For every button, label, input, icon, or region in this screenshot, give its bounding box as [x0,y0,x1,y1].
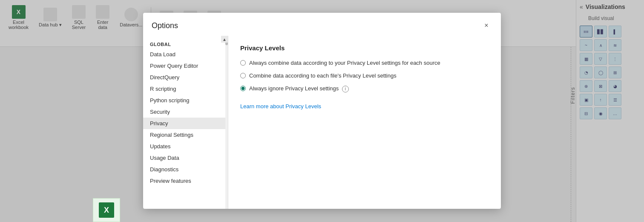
radio-label-always-combine: Always combine data according to your Pr… [249,59,440,67]
modal-header: Options × [143,13,501,36]
learn-more-link[interactable]: Learn more about Privacy Levels [240,103,321,110]
privacy-radio-group: Always combine data according to your Pr… [240,59,489,93]
radio-combine-each[interactable] [240,73,246,78]
radio-label-always-ignore: Always ignore Privacy Level settings i [249,85,349,92]
sidebar-item-privacy[interactable]: Privacy [143,118,228,129]
radio-item-always-combine[interactable]: Always combine data according to your Pr… [240,59,489,67]
modal-title: Options [152,21,178,30]
radio-item-combine-each[interactable]: Combine data according to each file's Pr… [240,72,489,80]
sidebar-item-updates[interactable]: Updates [143,141,228,152]
privacy-levels-title: Privacy Levels [240,44,489,52]
options-modal: Options × GLOBAL Data Load Power Query E… [143,13,501,209]
info-icon[interactable]: i [342,86,349,92]
sidebar-item-usage-data[interactable]: Usage Data [143,152,228,164]
sidebar-item-python-scripting[interactable]: Python scripting [143,95,228,106]
sidebar-item-direct-query[interactable]: DirectQuery [143,72,228,83]
excel-bottom-icon: X [99,202,114,218]
sidebar-item-diagnostics[interactable]: Diagnostics [143,164,228,175]
radio-item-always-ignore[interactable]: Always ignore Privacy Level settings i [240,85,489,92]
sidebar-item-preview-features[interactable]: Preview features [143,175,228,187]
sidebar-item-security[interactable]: Security [143,106,228,118]
sidebar-item-regional-settings[interactable]: Regional Settings [143,129,228,141]
modal-body: GLOBAL Data Load Power Query Editor Dire… [143,36,501,209]
sidebar-item-r-scripting[interactable]: R scripting [143,83,228,95]
radio-label-combine-each: Combine data according to each file's Pr… [249,72,397,80]
modal-sidebar: GLOBAL Data Load Power Query Editor Dire… [143,36,228,209]
global-section-label: GLOBAL [143,39,228,49]
sidebar-item-data-load[interactable]: Data Load [143,49,228,60]
radio-always-ignore[interactable] [240,86,246,91]
radio-always-combine[interactable] [240,60,246,66]
sidebar-scrollbar-track [225,36,228,209]
modal-overlay: Options × GLOBAL Data Load Power Query E… [0,0,644,222]
scroll-up-button[interactable]: ▲ [221,36,228,43]
excel-icon-bottom: X [93,198,120,222]
sidebar-item-power-query-editor[interactable]: Power Query Editor [143,60,228,72]
modal-content-area: Privacy Levels Always combine data accor… [228,36,501,209]
close-button[interactable]: × [480,20,492,32]
